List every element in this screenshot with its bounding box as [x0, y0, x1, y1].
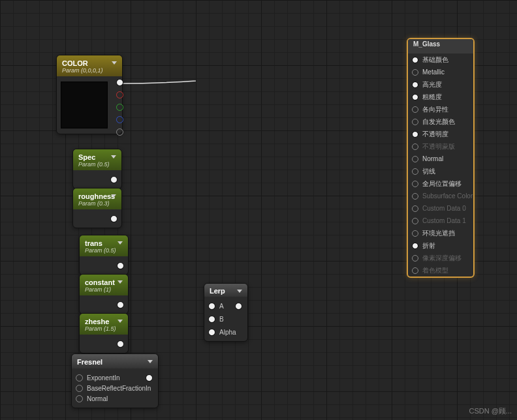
node-roughness[interactable]: roughnessParam (0.3): [72, 188, 122, 228]
pin-normal: Normal: [72, 392, 158, 405]
material-input-Custom Data 0[interactable]: Custom Data 0: [408, 202, 473, 215]
material-input-自发光颜色[interactable]: 自发光颜色: [408, 115, 473, 128]
node-trans[interactable]: transParam (0.5): [79, 235, 129, 275]
pin-alpha: Alpha: [204, 325, 247, 338]
pin-in[interactable]: [412, 131, 418, 138]
pin-out[interactable]: [146, 374, 153, 382]
chevron-down-icon: [118, 280, 123, 284]
material-input-切线[interactable]: 切线: [408, 165, 473, 177]
chevron-down-icon: [118, 241, 123, 245]
pin-r[interactable]: [116, 91, 123, 98]
pin-in[interactable]: [412, 94, 418, 100]
chevron-down-icon: [112, 61, 117, 65]
node-fresnel[interactable]: Fresnel ExponentIn BaseReflectFractionIn…: [71, 353, 159, 408]
pin-in[interactable]: [412, 255, 418, 262]
pin-in[interactable]: [412, 57, 418, 63]
pin-in[interactable]: [412, 230, 418, 237]
chevron-down-icon: [111, 155, 116, 158]
chevron-down-icon: [111, 194, 116, 198]
pin-out[interactable]: [110, 215, 118, 222]
node-color[interactable]: COLORParam (0,0,0,1): [56, 55, 123, 134]
node-constant[interactable]: constantParam (1): [79, 274, 129, 314]
pin-in[interactable]: [412, 267, 418, 274]
material-input-像素深度偏移[interactable]: 像素深度偏移: [408, 252, 473, 264]
pin-in[interactable]: [412, 243, 418, 249]
material-input-着色模型[interactable]: 着色模型: [408, 264, 473, 277]
chevron-down-icon: [237, 290, 242, 293]
node-spec[interactable]: SpecParam (0.5): [72, 149, 122, 189]
material-input-全局位置偏移[interactable]: 全局位置偏移: [408, 177, 473, 190]
pin-in[interactable]: [412, 143, 418, 150]
material-input-Custom Data 1[interactable]: Custom Data 1: [408, 215, 473, 227]
material-input-折射[interactable]: 折射: [408, 239, 473, 252]
material-output-node[interactable]: M_Glass 基础颜色Metallic高光度粗糙度各向异性自发光颜色不透明度不…: [407, 38, 475, 278]
material-input-不透明蒙版[interactable]: 不透明蒙版: [408, 140, 473, 153]
pin-b: B: [204, 312, 247, 325]
pin-in[interactable]: [412, 106, 418, 113]
pin-in[interactable]: [412, 69, 418, 76]
node-title: COLOR: [62, 59, 117, 67]
node-lerp[interactable]: Lerp A B Alpha: [204, 283, 248, 342]
watermark: CSDN @顾...: [469, 406, 512, 416]
material-input-Metallic[interactable]: Metallic: [408, 66, 473, 78]
material-input-粗糙度[interactable]: 粗糙度: [408, 91, 473, 103]
pin-out[interactable]: [110, 176, 118, 183]
pin-in[interactable]: [412, 181, 418, 187]
pin-in[interactable]: [412, 193, 418, 200]
material-input-高光度[interactable]: 高光度: [408, 78, 473, 91]
material-input-基础颜色[interactable]: 基础颜色: [408, 53, 473, 66]
color-preview: [61, 82, 108, 128]
pin-out[interactable]: [117, 262, 124, 269]
node-zheshe[interactable]: zhesheParam (1.5): [79, 313, 129, 353]
pin-g[interactable]: [116, 104, 123, 111]
material-input-各向异性[interactable]: 各向异性: [408, 103, 473, 115]
chevron-down-icon: [148, 360, 153, 363]
pin-in[interactable]: [412, 156, 418, 162]
pin-in[interactable]: [412, 119, 418, 125]
material-input-Normal[interactable]: Normal: [408, 153, 473, 165]
pin-b[interactable]: [116, 116, 123, 123]
material-input-Subsurface Color[interactable]: Subsurface Color: [408, 190, 473, 202]
pin-in[interactable]: [412, 218, 418, 224]
pin-in[interactable]: [412, 205, 418, 212]
pin-a[interactable]: [116, 128, 123, 136]
pin-in[interactable]: [412, 82, 418, 88]
pin-rgb[interactable]: [116, 79, 123, 86]
material-input-环境光遮挡[interactable]: 环境光遮挡: [408, 227, 473, 239]
pin-in[interactable]: [412, 168, 418, 175]
material-title: M_Glass: [408, 39, 473, 53]
pin-out[interactable]: [117, 301, 124, 308]
material-input-不透明度[interactable]: 不透明度: [408, 128, 473, 140]
pin-out[interactable]: [117, 340, 124, 348]
chevron-down-icon: [118, 320, 123, 323]
pin-out[interactable]: [235, 303, 242, 310]
